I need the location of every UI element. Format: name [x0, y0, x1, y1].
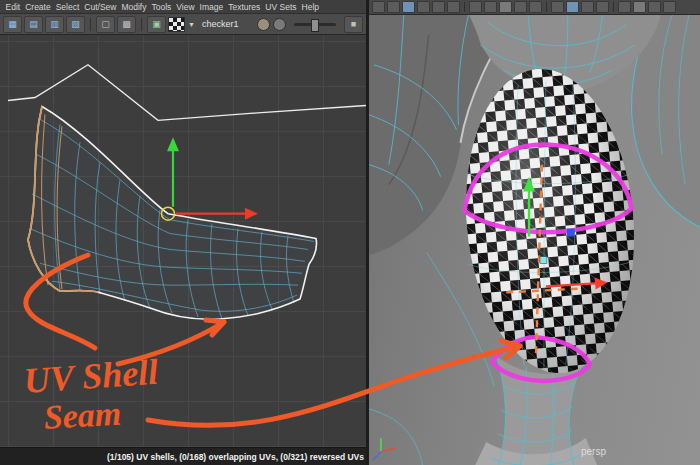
viewport-toolbar	[369, 0, 700, 15]
maya-uv-mapping-screen: Edit Create Select Cut/Sew Modify Tools …	[0, 0, 700, 465]
menu-select[interactable]: Select	[53, 2, 82, 12]
exposure-slider-handle[interactable]	[311, 19, 319, 32]
seam-ring-bottom	[492, 337, 589, 381]
uv-move-manipulator[interactable]	[162, 137, 259, 220]
texture-image-thumb[interactable]	[168, 17, 185, 32]
exposure-slider[interactable]	[294, 23, 336, 26]
toolbar-separator	[90, 18, 91, 31]
move-icon[interactable]	[417, 1, 430, 13]
menu-uv-sets[interactable]: UV Sets	[263, 2, 299, 12]
alpha-channel-icon[interactable]	[273, 18, 286, 31]
uv-status-text: (1/105) UV shells, (0/168) overlapping U…	[107, 452, 364, 462]
manipulator-x-arrowhead[interactable]	[245, 208, 258, 220]
menu-edit[interactable]: Edit	[3, 2, 23, 12]
uv-edge-polyline	[8, 65, 366, 121]
axis-z-icon	[373, 452, 381, 460]
toolbar-separator	[141, 18, 142, 31]
uv-shell-outline	[28, 106, 317, 319]
camera-label: persp	[581, 446, 606, 457]
menu-help[interactable]: Help	[299, 2, 321, 12]
view-axis-gizmo	[373, 438, 395, 460]
uv-shell-icon[interactable]: ▥	[45, 16, 64, 33]
lasso-icon[interactable]	[387, 1, 400, 13]
menu-create[interactable]: Create	[23, 2, 54, 12]
menu-modify[interactable]: Modify	[119, 2, 149, 12]
uv-editor-toolbar: ▦ ▤ ▥ ▨ ▢ ▩ ▣ ▼ checker1 ■	[0, 14, 366, 35]
uv-grid-icon[interactable]: ▤	[24, 16, 43, 33]
manipulator-x-arrowhead[interactable]	[595, 277, 608, 289]
axis-x-icon	[381, 448, 395, 452]
uv-editor-panel: Edit Create Select Cut/Sew Modify Tools …	[0, 0, 366, 465]
manipulator-y-arrowhead[interactable]	[523, 177, 535, 192]
snap-curve-icon[interactable]	[484, 1, 497, 13]
dim-image-icon[interactable]: ▩	[117, 16, 136, 33]
menu-textures[interactable]: Textures	[226, 2, 263, 12]
paint-select-icon[interactable]	[402, 1, 415, 13]
texture-name-label[interactable]: checker1	[202, 19, 239, 29]
uv-texture-borders-icon[interactable]: ▦	[3, 16, 22, 33]
lights-icon[interactable]	[663, 1, 676, 13]
scale-icon[interactable]	[447, 1, 460, 13]
toolbar-separator	[613, 2, 614, 12]
select-icon[interactable]	[372, 1, 385, 13]
manipulator-z-handle[interactable]	[567, 229, 575, 237]
snap-point-icon[interactable]	[499, 1, 512, 13]
uv-canvas[interactable]	[0, 35, 366, 447]
render-icon[interactable]	[566, 1, 579, 13]
rgb-channels-icon[interactable]	[257, 18, 270, 31]
menu-tools[interactable]: Tools	[149, 2, 174, 12]
toolbar-separator	[546, 2, 547, 12]
toolbar-separator	[464, 2, 465, 12]
rotate-icon[interactable]	[432, 1, 445, 13]
textured-icon[interactable]	[648, 1, 661, 13]
texture-view-icon[interactable]	[596, 1, 609, 13]
seam-ring-top	[464, 145, 631, 233]
manipulator-center-handle[interactable]	[540, 256, 547, 263]
menu-view[interactable]: View	[174, 2, 197, 12]
snap-view-icon[interactable]	[514, 1, 527, 13]
ipr-icon[interactable]	[581, 1, 594, 13]
manipulator-y-arrowhead[interactable]	[167, 137, 179, 151]
toolbar-right-group: ■	[257, 16, 363, 33]
image-dropdown-arrow-icon[interactable]: ▼	[187, 21, 196, 28]
uv-snapshot-icon[interactable]: ▣	[147, 16, 166, 33]
manipulator-x-axis[interactable]	[546, 283, 596, 286]
uv-statusbar: (1/105) UV shells, (0/168) overlapping U…	[0, 447, 366, 465]
wireframe-icon[interactable]	[618, 1, 631, 13]
menu-image[interactable]: Image	[197, 2, 226, 12]
camera-icon[interactable]	[551, 1, 564, 13]
shaded-icon[interactable]	[633, 1, 646, 13]
baked-texture-icon[interactable]: ■	[344, 16, 363, 33]
shade-uvs-icon[interactable]: ▢	[96, 16, 115, 33]
uv-distortion-icon[interactable]: ▨	[66, 16, 85, 33]
snap-grid-icon[interactable]	[469, 1, 482, 13]
menu-cut-sew[interactable]: Cut/Sew	[82, 2, 119, 12]
viewport-overlays	[369, 15, 700, 465]
viewport-panel: persp	[366, 0, 700, 465]
uv-shell-graphic	[0, 35, 366, 447]
uv-editor-menubar: Edit Create Select Cut/Sew Modify Tools …	[0, 0, 366, 14]
make-live-icon[interactable]	[529, 1, 542, 13]
viewport-3d[interactable]: persp	[369, 15, 700, 465]
